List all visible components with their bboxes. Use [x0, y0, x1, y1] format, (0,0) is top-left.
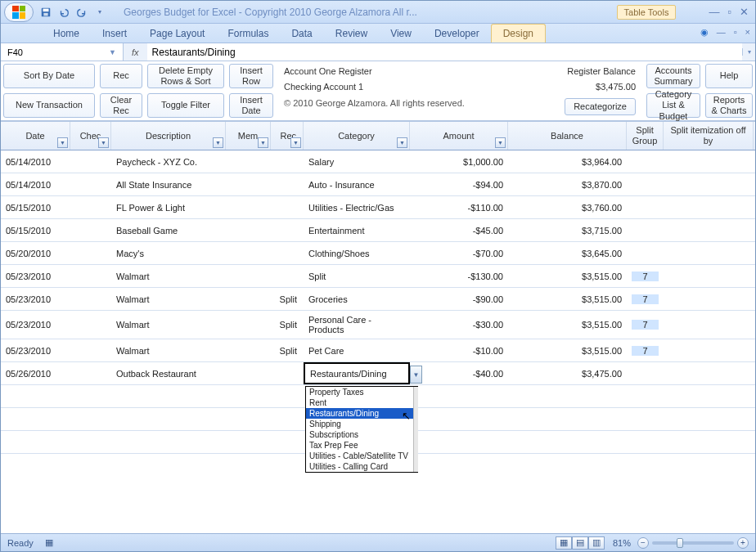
cell[interactable] — [271, 242, 304, 264]
ribbon-close-icon[interactable]: × — [745, 27, 750, 38]
rec-button[interactable]: Rec — [100, 64, 142, 88]
cell[interactable] — [226, 173, 271, 195]
cell[interactable] — [664, 219, 754, 241]
ribbon-minimize-icon[interactable]: — — [717, 27, 726, 38]
table-row[interactable]: 05/23/2010WalmartSplit-$130.00$3,515.007 — [1, 265, 755, 288]
tab-insert[interactable]: Insert — [91, 25, 138, 43]
cell[interactable] — [70, 196, 111, 218]
cell[interactable] — [70, 265, 111, 287]
cell[interactable] — [226, 150, 271, 173]
cell[interactable]: 05/23/2010 — [1, 339, 70, 361]
cell[interactable]: Macy's — [111, 242, 226, 264]
cell[interactable] — [226, 339, 271, 361]
cell[interactable]: Groceries — [304, 288, 410, 310]
ribbon-restore-icon[interactable]: ▫ — [734, 27, 737, 38]
cell[interactable] — [664, 288, 754, 310]
dropdown-option[interactable]: Shipping — [306, 419, 417, 429]
page-layout-view-button[interactable]: ▤ — [572, 536, 588, 550]
dropdown-option[interactable]: Utilities - Calling Card — [306, 461, 417, 472]
formula-bar-expand-icon[interactable]: ▾ — [742, 48, 755, 56]
dropdown-option[interactable]: Rent — [306, 397, 417, 408]
cell[interactable]: $3,515.00 — [508, 265, 627, 287]
cell-dropdown-button[interactable]: ▼ — [410, 366, 422, 384]
delete-empty-rows-button[interactable]: Delete Empty Rows & Sort — [147, 64, 224, 88]
category-dropdown[interactable]: Property TaxesRentRestaurants/DiningShip… — [305, 386, 418, 473]
cell[interactable]: All State Insurance — [111, 173, 226, 195]
cell[interactable]: -$45.00 — [410, 219, 508, 241]
cell[interactable] — [664, 150, 754, 173]
tab-formulas[interactable]: Formulas — [216, 25, 280, 43]
category-list-button[interactable]: Category List & Budget — [646, 93, 700, 118]
cell[interactable]: 05/15/2010 — [1, 219, 70, 241]
cell[interactable] — [70, 311, 111, 339]
cell[interactable] — [226, 196, 271, 218]
active-category-cell[interactable]: Restaurants/Dining▼Property TaxesRentRes… — [304, 362, 410, 384]
normal-view-button[interactable]: ▦ — [556, 536, 572, 550]
cell[interactable] — [70, 288, 111, 310]
cell[interactable] — [664, 173, 754, 195]
table-row[interactable]: 05/20/2010Macy'sClothing/Shoes-$70.00$3,… — [1, 242, 755, 265]
col-split-itemization[interactable]: Split itemization off by — [664, 122, 754, 150]
cell[interactable] — [627, 362, 664, 384]
cell[interactable] — [271, 196, 304, 218]
cell[interactable]: Personal Care - Products — [304, 311, 410, 339]
dropdown-option[interactable]: Restaurants/Dining — [306, 408, 417, 419]
cell[interactable]: Split — [304, 265, 410, 287]
cell[interactable]: $3,515.00 — [508, 311, 627, 339]
page-break-view-button[interactable]: ▥ — [588, 536, 605, 550]
tab-home[interactable]: Home — [42, 25, 91, 43]
restore-button[interactable]: ▫ — [727, 6, 731, 18]
cell[interactable]: 05/23/2010 — [1, 288, 70, 310]
save-icon[interactable] — [38, 5, 53, 20]
cell[interactable]: $3,870.00 — [508, 173, 627, 195]
table-row[interactable]: 05/14/2010Paycheck - XYZ Co.Salary$1,000… — [1, 150, 755, 173]
cell[interactable] — [226, 265, 271, 287]
cell[interactable]: 05/14/2010 — [1, 173, 70, 195]
cell[interactable]: Walmart — [111, 288, 226, 310]
col-check[interactable]: Chec▼ — [70, 122, 111, 150]
cell[interactable]: Salary — [304, 150, 410, 173]
cell[interactable]: Clothing/Shoes — [304, 242, 410, 264]
cell[interactable] — [271, 219, 304, 241]
new-transaction-button[interactable]: New Transaction — [3, 93, 95, 118]
cell[interactable]: -$10.00 — [410, 339, 508, 361]
cell[interactable] — [627, 242, 664, 264]
tab-view[interactable]: View — [379, 25, 423, 43]
cell[interactable]: Split — [271, 339, 304, 361]
cell[interactable] — [627, 219, 664, 241]
tab-design[interactable]: Design — [491, 24, 546, 43]
cell[interactable]: 05/23/2010 — [1, 265, 70, 287]
cell[interactable] — [664, 339, 754, 361]
cell[interactable]: Entertainment — [304, 219, 410, 241]
cell[interactable]: -$30.00 — [410, 311, 508, 339]
cell[interactable]: 7 — [627, 265, 664, 287]
accounts-summary-button[interactable]: Accounts Summary — [646, 64, 700, 88]
tab-data[interactable]: Data — [280, 25, 323, 43]
col-date[interactable]: Date▼ — [1, 122, 70, 150]
cell[interactable]: $3,715.00 — [508, 219, 627, 241]
col-rec[interactable]: Rec▼ — [271, 122, 304, 150]
insert-date-button[interactable]: Insert Date — [229, 93, 273, 118]
cell[interactable] — [70, 242, 111, 264]
cell[interactable]: Auto - Insurance — [304, 173, 410, 195]
cell[interactable] — [271, 362, 304, 384]
cell[interactable] — [271, 265, 304, 287]
cell[interactable]: $3,475.00 — [508, 362, 627, 384]
cell[interactable]: 05/20/2010 — [1, 242, 70, 264]
zoom-out-button[interactable]: − — [637, 537, 649, 549]
cell[interactable] — [70, 362, 111, 384]
tab-developer[interactable]: Developer — [423, 25, 491, 43]
cell[interactable]: -$130.00 — [410, 265, 508, 287]
cell[interactable]: Walmart — [111, 339, 226, 361]
cell[interactable]: -$90.00 — [410, 288, 508, 310]
cell[interactable]: Baseball Game — [111, 219, 226, 241]
cell[interactable] — [226, 362, 271, 384]
cell[interactable]: 7 — [627, 339, 664, 361]
table-row[interactable]: 05/26/2010Outback RestaurantRestaurants/… — [1, 362, 755, 385]
cell[interactable] — [664, 242, 754, 264]
cell[interactable] — [664, 196, 754, 218]
zoom-in-button[interactable]: + — [737, 537, 749, 549]
cell[interactable] — [70, 173, 111, 195]
cell[interactable] — [664, 362, 754, 384]
cell[interactable]: -$110.00 — [410, 196, 508, 218]
